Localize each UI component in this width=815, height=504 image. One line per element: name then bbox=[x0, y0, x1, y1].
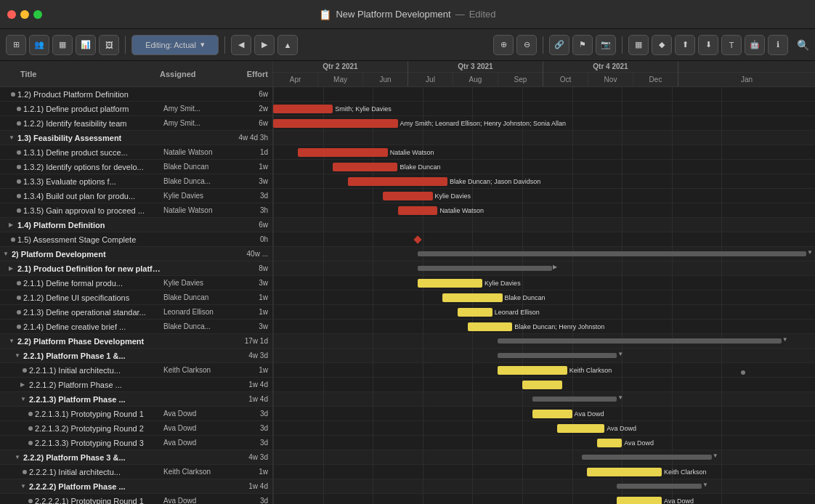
download-btn[interactable]: ⬇ bbox=[698, 35, 718, 55]
title-col-header: Title bbox=[20, 61, 160, 86]
row-effort: 1w 4d bbox=[236, 381, 272, 389]
row-title: 1.5) Assessment Stage Complete bbox=[17, 235, 163, 244]
row-effort: 3w bbox=[236, 177, 272, 185]
grid-btn[interactable]: ▦ bbox=[52, 35, 73, 55]
next-qtr-header: Jan bbox=[678, 61, 815, 86]
row-effort: 3d bbox=[236, 424, 272, 432]
chart-cell bbox=[273, 378, 815, 392]
column-headers: Title Assigned Effort Qtr 2 2021 Apr May… bbox=[0, 61, 815, 87]
table-row: 2.2.2.2.1) Prototyping Round 1Ava Dowd3d… bbox=[0, 494, 815, 504]
expand-icon[interactable]: ▼ bbox=[20, 483, 29, 489]
chart-cell: ▼ bbox=[273, 450, 815, 465]
grid2-btn[interactable]: ▦ bbox=[628, 35, 649, 55]
task-bullet bbox=[23, 368, 27, 373]
view-toggle-btn[interactable]: ⊞ bbox=[6, 35, 26, 55]
expand-icon[interactable]: ▶ bbox=[20, 381, 29, 388]
row-effort: 1w bbox=[236, 308, 272, 316]
editing-mode-btn[interactable]: Editing: Actual ▾ bbox=[131, 35, 219, 55]
robot-btn[interactable]: 🤖 bbox=[745, 35, 765, 55]
gantt-bar bbox=[498, 366, 567, 375]
camera-btn[interactable]: 📷 bbox=[596, 35, 616, 55]
expand-icon[interactable]: ▼ bbox=[20, 396, 29, 402]
content-area[interactable]: 1.2) Product Platform Definition6w1.2.1)… bbox=[0, 87, 815, 504]
group-expand-icon[interactable]: ▼ bbox=[782, 336, 788, 343]
expand-icon[interactable]: ▼ bbox=[9, 134, 17, 141]
bar-label: Smith; Kylie Davies bbox=[335, 105, 392, 113]
sep-label: Sep bbox=[498, 73, 543, 86]
chart-cell: Kylie Davies bbox=[273, 189, 815, 203]
table-row: ▼2.2.1) Platform Phase 1 &...4w 3d▼ bbox=[0, 349, 815, 363]
expand-icon[interactable]: ▶ bbox=[9, 265, 17, 272]
row-title: 2.2.1.3.1) Prototyping Round 1 bbox=[35, 410, 163, 418]
row-title: 2.1.1) Define formal produ... bbox=[23, 279, 163, 288]
maximize-button[interactable] bbox=[33, 10, 42, 19]
zoom-out-btn[interactable]: ⊖ bbox=[516, 35, 537, 55]
table-row: 1.5) Assessment Stage Complete0h bbox=[0, 232, 815, 247]
people-btn[interactable]: 👥 bbox=[29, 35, 49, 55]
group-expand-icon[interactable]: ▼ bbox=[807, 249, 813, 256]
aug-label: Aug bbox=[453, 73, 498, 86]
chart-cell: Ava Dowd bbox=[273, 494, 815, 505]
expand-icon[interactable]: ▶ bbox=[9, 221, 17, 228]
minimize-button[interactable] bbox=[20, 10, 29, 19]
expand-icon[interactable]: ▼ bbox=[9, 338, 17, 344]
row-title: 1.2.1) Define product platform bbox=[23, 105, 163, 113]
table-row: 1.2.2) Identify feasibility teamAmy Smit… bbox=[0, 116, 815, 131]
search-icon[interactable]: 🔍 bbox=[797, 39, 809, 51]
table-row: ▶2.2.1.2) Platform Phase ...1w 4d bbox=[0, 378, 815, 392]
bar-label: Kylie Davies bbox=[484, 279, 521, 288]
qtr2-label: Qtr 2 2021 bbox=[273, 61, 408, 73]
titlebar: 📋 New Platform Development — Edited bbox=[0, 0, 815, 29]
row-assigned: Ava Dowd bbox=[163, 439, 236, 447]
expand-icon[interactable]: ▼ bbox=[15, 454, 23, 460]
info-btn[interactable]: ℹ bbox=[768, 35, 788, 55]
edited-status: Edited bbox=[469, 9, 496, 20]
nav-up-btn[interactable]: ▲ bbox=[277, 35, 298, 55]
expand-icon[interactable]: ▼ bbox=[3, 251, 12, 257]
group-expand-icon[interactable]: ▼ bbox=[702, 481, 708, 488]
row-effort: 1w 4d bbox=[236, 482, 272, 490]
zoom-in-btn[interactable]: ⊕ bbox=[493, 35, 514, 55]
expand-icon[interactable]: ▼ bbox=[15, 352, 23, 359]
group-expand-icon[interactable]: ▶ bbox=[553, 264, 557, 270]
table-row: ▼2.2.2.2) Platform Phase ...1w 4d▼ bbox=[0, 479, 815, 494]
gantt-bar bbox=[557, 424, 604, 433]
gantt-bar bbox=[468, 322, 513, 331]
gantt-bar bbox=[333, 163, 397, 171]
diamond-btn[interactable]: ◆ bbox=[652, 35, 672, 55]
row-effort: 1w bbox=[236, 163, 272, 171]
chart-btn[interactable]: 📊 bbox=[76, 35, 96, 55]
table-row: 2.2.1.3.2) Prototyping Round 2Ava Dowd3d… bbox=[0, 421, 815, 436]
task-bullet bbox=[17, 325, 21, 329]
nav-right-btn[interactable]: ▶ bbox=[254, 35, 275, 55]
link-btn[interactable]: 🔗 bbox=[549, 35, 569, 55]
chart-cell: Amy Smith; Leonard Ellison; Henry Johnst… bbox=[273, 116, 815, 131]
image-btn[interactable]: 🖼 bbox=[99, 35, 119, 55]
bar-label: Leonard Ellison bbox=[495, 308, 540, 317]
gantt-bar bbox=[418, 266, 552, 271]
table-row: ▼2.2.1.3) Platform Phase ...1w 4d▼ bbox=[0, 392, 815, 407]
table-row: 2.2.1.3.1) Prototyping Round 1Ava Dowd3d… bbox=[0, 407, 815, 421]
task-bullet bbox=[17, 179, 21, 184]
group-expand-icon[interactable]: ▼ bbox=[617, 394, 623, 401]
row-effort: 40w ... bbox=[236, 250, 272, 258]
text-btn[interactable]: T bbox=[721, 35, 742, 55]
task-bullet bbox=[23, 470, 27, 474]
share-btn[interactable]: ⬆ bbox=[675, 35, 695, 55]
row-effort: 4w 3d bbox=[236, 453, 272, 461]
row-title: 2.2.2) Platform Phase 3 &... bbox=[23, 453, 163, 462]
qtr3-header: Qtr 3 2021 Jul Aug Sep bbox=[408, 61, 543, 86]
row-title: 2.1.2) Define UI specifications bbox=[23, 293, 163, 302]
row-assigned: Natalie Watson bbox=[163, 206, 236, 214]
row-assigned: Keith Clarkson bbox=[163, 468, 236, 476]
close-button[interactable] bbox=[7, 10, 16, 19]
group-expand-icon[interactable]: ▼ bbox=[617, 351, 623, 357]
gantt-bar bbox=[298, 148, 387, 157]
group-expand-icon[interactable]: ▼ bbox=[713, 452, 718, 459]
bar-label: Blake Duncan; Henry Johnston bbox=[514, 322, 604, 331]
row-title: 2.2.1.1) Initial architectu... bbox=[29, 366, 163, 375]
nav-left-btn[interactable]: ◀ bbox=[231, 35, 251, 55]
flag-btn[interactable]: ⚑ bbox=[572, 35, 593, 55]
may-label: May bbox=[318, 73, 363, 86]
next-qtr-label bbox=[678, 61, 815, 73]
